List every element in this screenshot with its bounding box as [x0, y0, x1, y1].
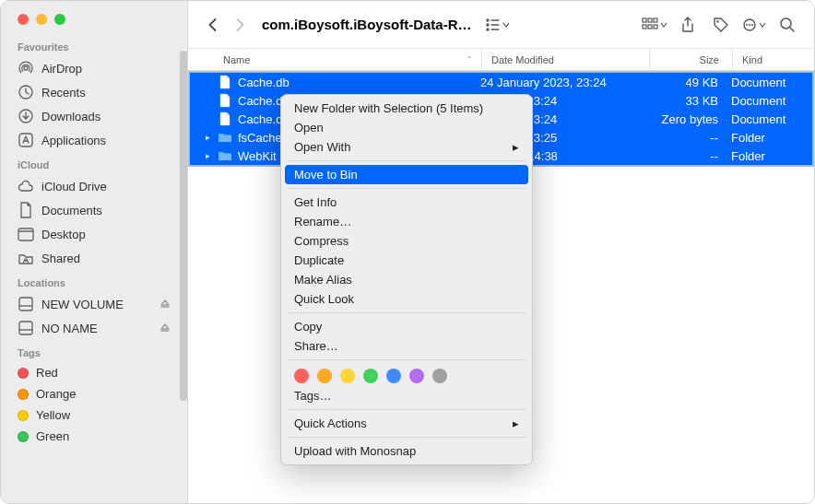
context-menu-tag-row	[281, 364, 532, 386]
desktop-icon	[18, 226, 34, 242]
eject-icon[interactable]	[159, 299, 171, 310]
context-menu-item-label: Rename…	[294, 215, 351, 229]
file-size: 49 KB	[648, 73, 731, 91]
tag-color-swatch[interactable]	[432, 369, 447, 383]
sidebar-item-label: Documents	[41, 204, 102, 217]
disclosure-icon[interactable]: ▸	[203, 133, 212, 142]
share-button[interactable]	[674, 12, 702, 38]
context-menu-item[interactable]: Compress	[281, 231, 532, 251]
view-mode-button[interactable]	[483, 12, 511, 38]
minimize-window-button[interactable]	[36, 14, 47, 25]
sidebar-section-header: Tags	[1, 340, 187, 362]
tag-color-swatch[interactable]	[363, 369, 378, 383]
eject-icon[interactable]	[159, 322, 171, 334]
context-menu-separator	[287, 359, 526, 360]
column-header-size-label: Size	[700, 54, 719, 65]
context-menu-item-label: Open	[294, 121, 324, 135]
file-size: Zero bytes	[648, 110, 731, 128]
sidebar-item[interactable]: Documents	[1, 198, 187, 222]
context-menu-item[interactable]: Duplicate	[281, 251, 532, 270]
context-menu-item[interactable]: Open	[281, 118, 532, 137]
sidebar-item[interactable]: Applications	[1, 128, 187, 152]
context-menu-separator	[287, 312, 526, 313]
svg-rect-21	[648, 25, 652, 29]
column-header-size[interactable]: Size	[650, 49, 733, 70]
sidebar-item[interactable]: Downloads	[1, 104, 187, 128]
context-menu-item[interactable]: Get Info	[281, 193, 532, 212]
file-name: Cache.db	[238, 76, 289, 89]
context-menu-item-label: Upload with Monosnap	[294, 444, 416, 458]
disclosure-icon[interactable]: ▸	[203, 151, 212, 160]
svg-line-29	[790, 28, 794, 31]
file-row[interactable]: Cache.db24 January 2023, 23:2449 KBDocum…	[190, 73, 812, 91]
close-window-button[interactable]	[18, 14, 29, 25]
sidebar: FavouritesAirDropRecentsDownloadsApplica…	[1, 1, 188, 503]
tag-color-swatch[interactable]	[317, 369, 332, 383]
context-menu-item[interactable]: Upload with Monosnap	[281, 441, 532, 461]
group-button[interactable]	[641, 12, 668, 38]
tag-color-swatch[interactable]	[340, 369, 355, 383]
context-menu-item[interactable]: Quick Actions▸	[281, 414, 532, 433]
context-menu-item-label: Copy	[294, 320, 322, 334]
shared-icon	[18, 250, 34, 266]
svg-rect-9	[19, 322, 32, 334]
clock-icon	[18, 84, 34, 100]
sidebar-item[interactable]: NO NAME	[1, 316, 187, 340]
action-button[interactable]	[740, 12, 768, 38]
context-menu-item[interactable]: Copy	[281, 317, 532, 336]
file-icon	[218, 93, 232, 108]
cloud-icon	[18, 178, 34, 194]
svg-point-25	[746, 24, 748, 26]
svg-rect-22	[654, 25, 657, 29]
folder-icon	[218, 130, 232, 145]
context-menu-item[interactable]: Rename…	[281, 212, 532, 231]
sidebar-item[interactable]: Shared	[1, 246, 187, 270]
svg-rect-19	[654, 18, 657, 22]
sidebar-item[interactable]: AirDrop	[1, 56, 187, 80]
context-menu-item[interactable]: Share…	[281, 336, 532, 356]
file-kind: Document	[731, 110, 812, 128]
svg-point-13	[487, 24, 489, 26]
back-button[interactable]	[201, 14, 223, 36]
download-icon	[18, 108, 34, 124]
column-header-name[interactable]: Name˄	[188, 49, 482, 70]
sidebar-section-header: Favourites	[1, 34, 187, 56]
context-menu-item-label: Quick Actions	[294, 416, 367, 430]
sidebar-item-label: NO NAME	[41, 322, 98, 335]
column-header-name-label: Name	[223, 54, 250, 65]
forward-button[interactable]	[229, 14, 251, 36]
sidebar-item[interactable]: Red	[1, 362, 187, 383]
column-header-kind-label: Kind	[742, 54, 762, 65]
svg-point-0	[24, 66, 28, 70]
sidebar-item[interactable]: iCloud Drive	[1, 174, 187, 198]
sidebar-item-label: Downloads	[41, 110, 100, 123]
sidebar-item[interactable]: Desktop	[1, 222, 187, 246]
fullscreen-window-button[interactable]	[54, 14, 65, 25]
context-menu-item-label: Quick Look	[294, 292, 354, 306]
tag-color-icon	[18, 410, 29, 421]
tag-color-icon	[18, 389, 29, 400]
sidebar-item[interactable]: Orange	[1, 383, 187, 404]
tag-color-swatch[interactable]	[409, 369, 424, 383]
folder-icon	[218, 148, 232, 163]
sidebar-scrollbar[interactable]	[180, 51, 187, 401]
column-header-kind[interactable]: Kind	[733, 49, 814, 70]
context-menu-item[interactable]: Tags…	[281, 386, 532, 405]
context-menu-item-label: Tags…	[294, 389, 331, 403]
search-button[interactable]	[774, 12, 801, 38]
sidebar-item[interactable]: Yellow	[1, 404, 187, 426]
context-menu-item-label: Move to Bin	[294, 168, 358, 182]
tag-color-swatch[interactable]	[294, 369, 309, 383]
context-menu-item[interactable]: Make Alias	[281, 270, 532, 289]
sidebar-item[interactable]: Green	[1, 426, 187, 447]
context-menu-item[interactable]: New Folder with Selection (5 Items)	[281, 99, 532, 118]
sidebar-item[interactable]: NEW VOLUME	[1, 292, 187, 316]
column-header-date[interactable]: Date Modified	[482, 49, 650, 70]
sort-ascending-icon: ˄	[467, 55, 472, 64]
tag-color-swatch[interactable]	[386, 369, 401, 383]
context-menu-item[interactable]: Quick Look	[281, 289, 532, 309]
context-menu-item[interactable]: Open With▸	[281, 137, 532, 157]
tag-button[interactable]	[707, 12, 735, 38]
sidebar-item[interactable]: Recents	[1, 80, 187, 104]
context-menu-item[interactable]: Move to Bin	[285, 165, 528, 184]
